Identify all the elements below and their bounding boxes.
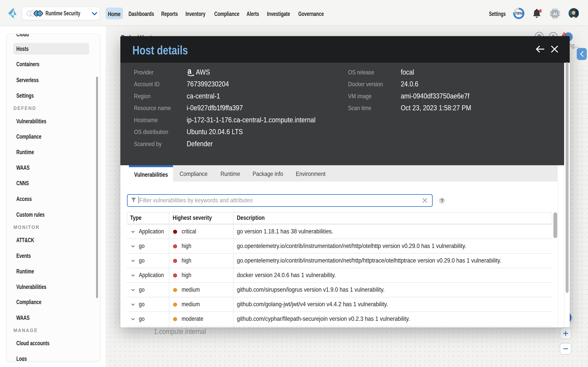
- svg-text:a: a: [187, 67, 191, 75]
- svg-text:AI: AI: [553, 12, 557, 16]
